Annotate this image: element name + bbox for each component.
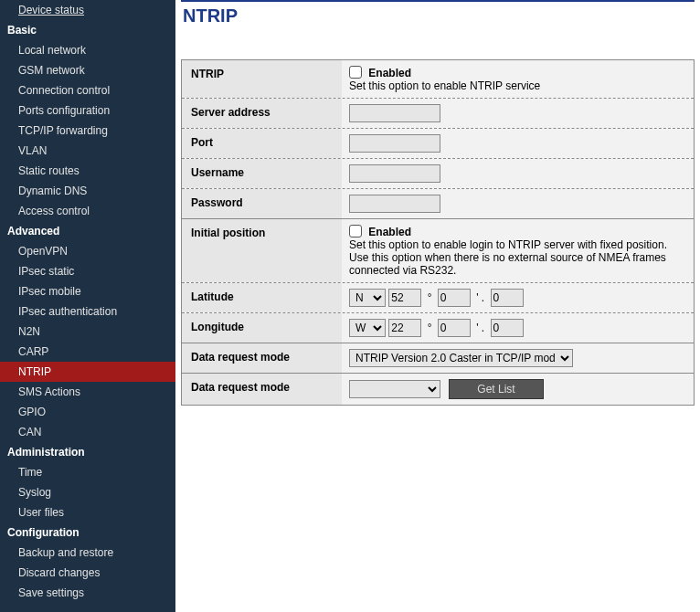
port-input[interactable]	[349, 134, 440, 153]
sidebar-item-gsm-network[interactable]: GSM network	[0, 60, 175, 80]
longitude-min-input[interactable]	[438, 319, 471, 337]
dot-separator-2: ' .	[476, 322, 484, 334]
sidebar: Device statusBasicLocal networkGSM netwo…	[0, 0, 175, 612]
sidebar-item-carp[interactable]: CARP	[0, 342, 175, 362]
longitude-sec-input[interactable]	[491, 319, 524, 337]
data-request-mode-select[interactable]: NTRIP Version 2.0 Caster in TCP/IP mode	[349, 349, 573, 367]
label-server-address: Server address	[182, 99, 342, 128]
initial-position-enabled-label: Enabled	[368, 226, 411, 238]
ntrip-enabled-label: Enabled	[368, 67, 411, 79]
label-initial-position: Initial position	[182, 219, 342, 282]
sidebar-item-user-files[interactable]: User files	[0, 502, 175, 522]
password-input[interactable]	[349, 195, 440, 213]
label-latitude: Latitude	[182, 283, 342, 312]
sidebar-item-local-network[interactable]: Local network	[0, 40, 175, 60]
latitude-sec-input[interactable]	[491, 289, 524, 307]
initial-position-desc2: Use this option when there is no externa…	[349, 251, 686, 277]
latitude-min-input[interactable]	[438, 289, 471, 307]
sidebar-item-can[interactable]: CAN	[0, 422, 175, 442]
sidebar-item-tcp-ip-forwarding[interactable]: TCP/IP forwarding	[0, 121, 175, 141]
label-password: Password	[182, 189, 342, 218]
label-data-request-mode-2: Data request mode	[182, 374, 342, 405]
sidebar-item-dynamic-dns[interactable]: Dynamic DNS	[0, 181, 175, 201]
sidebar-item-save-settings[interactable]: Save settings	[0, 583, 175, 603]
sidebar-item-ntrip[interactable]: NTRIP	[0, 362, 175, 382]
sidebar-item-backup-and-restore[interactable]: Backup and restore	[0, 543, 175, 563]
sidebar-item-static-routes[interactable]: Static routes	[0, 161, 175, 181]
sidebar-item-connection-control[interactable]: Connection control	[0, 80, 175, 100]
label-longitude: Longitude	[182, 313, 342, 343]
dot-separator: ' .	[476, 291, 484, 304]
sidebar-item-ipsec-static[interactable]: IPsec static	[0, 261, 175, 281]
sidebar-header: Administration	[0, 442, 175, 462]
degree-symbol-2: °	[428, 322, 432, 334]
initial-position-desc1: Set this option to enable login to NTRIP…	[349, 238, 686, 251]
label-port: Port	[182, 129, 342, 158]
form: NTRIP Enabled Set this option to enable …	[181, 59, 695, 406]
initial-position-enabled-checkbox[interactable]	[349, 225, 362, 237]
label-username: Username	[182, 159, 342, 188]
page-title: NTRIP	[181, 0, 695, 28]
label-data-request-mode-1: Data request mode	[182, 343, 342, 373]
sidebar-item-gpio[interactable]: GPIO	[0, 402, 175, 422]
sidebar-item-access-control[interactable]: Access control	[0, 201, 175, 221]
sidebar-item-device-status[interactable]: Device status	[0, 0, 175, 20]
sidebar-item-n2n[interactable]: N2N	[0, 322, 175, 342]
ntrip-description: Set this option to enable NTRIP service	[349, 79, 686, 92]
data-request-list-select[interactable]	[349, 380, 440, 398]
degree-symbol: °	[428, 291, 432, 304]
longitude-hemi-select[interactable]: W	[349, 319, 386, 337]
ntrip-enabled-checkbox[interactable]	[349, 66, 362, 79]
latitude-deg-input[interactable]	[388, 289, 421, 307]
sidebar-item-discard-changes[interactable]: Discard changes	[0, 563, 175, 583]
sidebar-item-openvpn[interactable]: OpenVPN	[0, 241, 175, 261]
sidebar-header: Configuration	[0, 522, 175, 543]
sidebar-item-ipsec-authentication[interactable]: IPsec authentication	[0, 301, 175, 322]
sidebar-header: Advanced	[0, 221, 175, 241]
sidebar-item-ports-configuration[interactable]: Ports configuration	[0, 100, 175, 121]
sidebar-item-vlan[interactable]: VLAN	[0, 141, 175, 161]
username-input[interactable]	[349, 164, 440, 183]
sidebar-header: Basic	[0, 20, 175, 40]
main: NTRIP NTRIP Enabled Set this option to e…	[175, 0, 700, 612]
get-list-button[interactable]: Get List	[449, 379, 543, 399]
longitude-deg-input[interactable]	[388, 319, 421, 337]
sidebar-item-sms-actions[interactable]: SMS Actions	[0, 382, 175, 402]
server-address-input[interactable]	[349, 104, 440, 122]
sidebar-item-ipsec-mobile[interactable]: IPsec mobile	[0, 281, 175, 301]
label-ntrip: NTRIP	[182, 60, 342, 98]
sidebar-item-syslog[interactable]: Syslog	[0, 482, 175, 502]
sidebar-item-time[interactable]: Time	[0, 462, 175, 482]
latitude-hemi-select[interactable]: N	[349, 289, 386, 307]
